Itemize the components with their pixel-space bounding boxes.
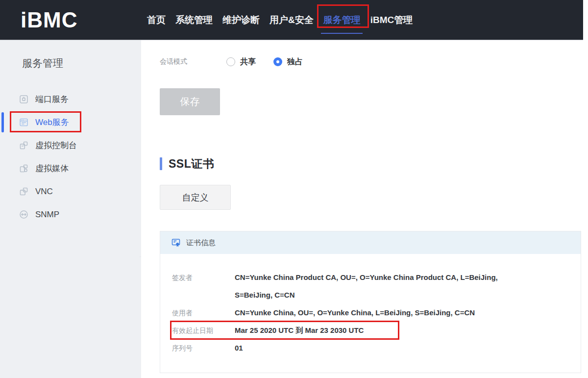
active-item-bar: [1, 112, 4, 132]
sidebar-item-virtual-media[interactable]: 虚拟媒体: [0, 157, 141, 180]
sidebar-menu: 端口服务 Web服务 虚拟: [0, 88, 141, 226]
sidebar-item-label: SNMP: [35, 210, 59, 220]
cert-row-label: 序列号: [172, 339, 235, 357]
ssl-section-header: SSL证书: [160, 156, 588, 171]
cert-row-label: 签发者: [172, 269, 235, 304]
nav-label: iBMC管理: [370, 14, 413, 26]
save-button[interactable]: 保存: [160, 88, 220, 115]
cert-row-value: Mar 25 2020 UTC 到 Mar 23 2030 UTC: [235, 322, 364, 339]
custom-certificate-button[interactable]: 自定义: [160, 185, 231, 210]
certificate-panel-title: 证书信息: [186, 238, 216, 248]
nav-label: 首页: [147, 14, 166, 26]
session-mode-row: 会话模式 共享 独占: [160, 53, 588, 71]
session-mode-radio-group: 共享 独占: [226, 57, 303, 67]
sidebar-item-label: VNC: [35, 187, 53, 197]
sidebar-item-label: 虚拟媒体: [35, 163, 69, 174]
top-header: iBMC 首页 系统管理 维护诊断 用户&安全 服务管理 iBMC管理: [0, 0, 583, 40]
sidebar-item-port-service[interactable]: 端口服务: [0, 88, 141, 111]
nav-item-system[interactable]: 系统管理: [175, 0, 213, 40]
cert-row-subject: 使用者 CN=Yunke China, OU=, O=Yunke China, …: [172, 304, 569, 322]
nav-item-user-security[interactable]: 用户&安全: [270, 0, 314, 40]
nav-item-maintenance[interactable]: 维护诊断: [222, 0, 260, 40]
cert-row-issuer: 签发者 CN=Yunke China Product CA, OU=, O=Yu…: [172, 269, 569, 304]
radio-label: 共享: [240, 57, 256, 67]
snmp-icon: [19, 209, 29, 220]
sidebar-item-label: Web服务: [35, 117, 69, 128]
nav-item-ibmc-management[interactable]: iBMC管理: [370, 0, 413, 40]
sidebar-item-web-service[interactable]: Web服务: [0, 111, 141, 134]
sidebar-title: 服务管理: [0, 40, 141, 70]
sidebar-item-label: 端口服务: [35, 94, 69, 105]
certificate-panel-body: 签发者 CN=Yunke China Product CA, OU=, O=Yu…: [160, 254, 581, 373]
nav-label: 服务管理: [323, 14, 361, 26]
nav-label: 系统管理: [175, 14, 213, 26]
certificate-icon: [171, 238, 181, 248]
sidebar-item-vnc[interactable]: VNC: [0, 180, 141, 203]
nav-label: 用户&安全: [270, 14, 314, 26]
cert-row-value: CN=Yunke China Product CA, OU=, O=Yunke …: [235, 269, 507, 304]
cert-row-label: 有效起止日期: [172, 322, 235, 339]
vnc-icon: [19, 186, 29, 197]
ibmc-logo: iBMC: [21, 0, 147, 40]
session-mode-label: 会话模式: [160, 57, 226, 66]
radio-circle-selected[interactable]: [273, 57, 282, 66]
media-icon: [19, 163, 29, 174]
certificate-panel-header: 证书信息: [160, 231, 581, 254]
sidebar-item-virtual-console[interactable]: 虚拟控制台: [0, 134, 141, 157]
section-accent-bar: [160, 157, 162, 170]
cert-row-validity: 有效起止日期 Mar 25 2020 UTC 到 Mar 23 2030 UTC: [172, 322, 569, 339]
certificate-info-panel: 证书信息 签发者 CN=Yunke China Product CA, OU=,…: [160, 231, 581, 373]
web-icon: [19, 117, 29, 127]
radio-exclusive[interactable]: 独占: [273, 57, 303, 67]
console-icon: [19, 140, 29, 151]
cert-row-label: 使用者: [172, 304, 235, 322]
radio-label: 独占: [287, 57, 303, 67]
sidebar: 服务管理 端口服务 Web服务: [0, 40, 141, 378]
cert-row-value: 01: [235, 339, 243, 357]
sidebar-item-snmp[interactable]: SNMP: [0, 203, 141, 226]
main-nav: 首页 系统管理 维护诊断 用户&安全 服务管理 iBMC管理: [147, 0, 413, 40]
nav-item-home[interactable]: 首页: [147, 0, 166, 40]
main-content: 会话模式 共享 独占 保存 SSL证书 自定义: [141, 40, 588, 378]
cert-row-value: CN=Yunke China, OU=, O=Yunke China, L=Be…: [235, 304, 475, 322]
sidebar-item-label: 虚拟控制台: [35, 140, 77, 151]
cert-row-serial: 序列号 01: [172, 339, 569, 357]
port-icon: [19, 94, 29, 104]
radio-shared[interactable]: 共享: [226, 57, 256, 67]
nav-label: 维护诊断: [222, 14, 260, 26]
nav-item-service[interactable]: 服务管理: [323, 0, 361, 40]
ssl-section-title: SSL证书: [169, 156, 214, 172]
active-tab-underline: [321, 33, 363, 34]
radio-circle-unselected[interactable]: [226, 57, 235, 66]
